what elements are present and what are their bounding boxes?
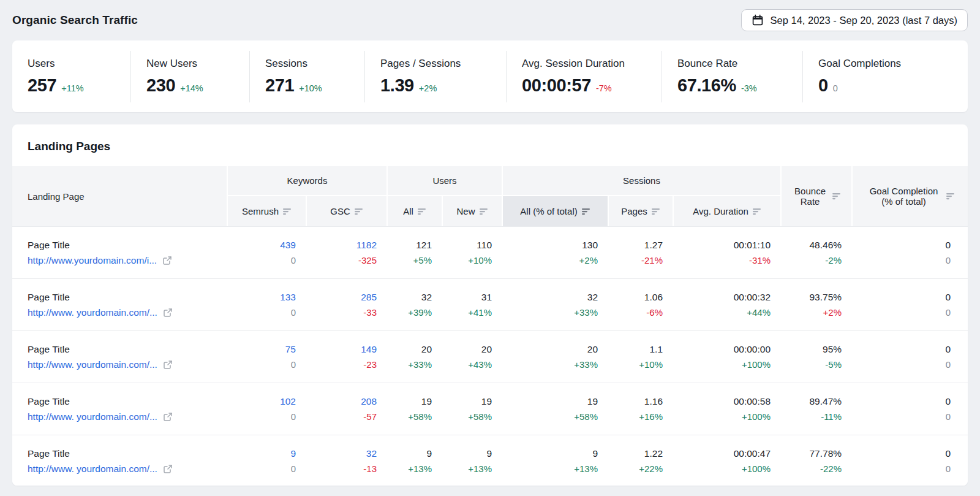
stat-value: 0: [818, 75, 828, 96]
sort-icon: [480, 208, 488, 215]
cell-sessions-all: 19 +58%: [502, 383, 608, 435]
column-header-sessions-all[interactable]: All (% of total): [502, 195, 608, 226]
metric-value: 31: [442, 292, 492, 303]
semrush-keywords-link[interactable]: 133: [227, 292, 296, 303]
metric-value: 19: [442, 396, 492, 407]
cell-sessions-all: 32 +33%: [502, 278, 608, 330]
landing-page-link[interactable]: http://www. yourdomain.com/...: [28, 464, 157, 475]
landing-page-link[interactable]: http://www. yourdomain.com/...: [28, 359, 157, 370]
metric-value: 0: [851, 240, 951, 251]
sort-icon: [283, 208, 292, 215]
stat-value: 230: [146, 75, 175, 96]
metric-delta: -21%: [608, 255, 663, 265]
cell-semrush: 75 0: [227, 330, 306, 383]
column-header-users-all[interactable]: All: [386, 195, 442, 226]
semrush-keywords-link[interactable]: 102: [227, 396, 296, 407]
metric-value: 32: [386, 292, 432, 303]
metric-value: 89.47%: [780, 396, 842, 407]
metric-value: 00:00:58: [673, 396, 771, 407]
cell-avg-duration: 00:00:58 +100%: [673, 383, 780, 435]
cell-pages: 1.16 +16%: [608, 383, 673, 435]
stat-cell: Goal Completions 0 0: [802, 51, 968, 102]
cell-semrush: 133 0: [227, 278, 306, 330]
gsc-keywords-link[interactable]: 1182: [306, 240, 377, 251]
stat-cell: Avg. Session Duration 00:00:57 -7%: [506, 51, 662, 102]
cell-landing-page: Page Title http://www. yourdomain.com/..…: [12, 330, 227, 383]
cell-semrush: 9 0: [227, 435, 306, 486]
page-title-text: Page Title: [28, 240, 227, 251]
metric-delta: 0: [227, 411, 296, 422]
metric-delta: +100%: [673, 411, 771, 422]
cell-users-new: 110 +10%: [442, 226, 502, 278]
external-link-icon[interactable]: [163, 464, 173, 474]
column-label: Pages: [621, 206, 647, 216]
cell-bounce-rate: 95% -5%: [780, 330, 851, 383]
column-header-semrush[interactable]: Semrush: [227, 195, 306, 226]
gsc-keywords-link[interactable]: 149: [306, 344, 377, 355]
metric-value: 00:00:32: [673, 292, 771, 303]
landing-page-link[interactable]: http://www. yourdomain.com/...: [28, 411, 157, 422]
sort-icon: [753, 208, 761, 215]
stat-delta: +2%: [419, 83, 437, 93]
cell-bounce-rate: 93.75% +2%: [780, 278, 851, 330]
stat-cell: Bounce Rate 67.16% -3%: [662, 51, 802, 102]
table-row: Page Title http://www. yourdomain.com/..…: [12, 330, 968, 383]
column-header-gsc[interactable]: GSC: [306, 195, 386, 226]
cell-users-new: 31 +41%: [442, 278, 502, 330]
semrush-keywords-link[interactable]: 9: [227, 448, 296, 459]
metric-delta: +13%: [502, 464, 598, 474]
metric-delta: +33%: [502, 307, 598, 318]
stat-value: 67.16%: [677, 75, 736, 96]
external-link-icon[interactable]: [163, 412, 173, 422]
cell-goal-completion: 0 0: [851, 278, 968, 330]
semrush-keywords-link[interactable]: 439: [227, 240, 296, 251]
landing-page-link[interactable]: http://www. yourdomain.com/...: [28, 307, 157, 318]
column-header-avg-duration[interactable]: Avg. Duration: [673, 195, 780, 226]
gsc-keywords-link[interactable]: 285: [306, 292, 377, 303]
landing-page-link[interactable]: http://www.yourdomain.com/i...: [28, 255, 157, 266]
topbar: Organic Search Traffic Sep 14, 2023 - Se…: [12, 0, 968, 40]
metric-value: 00:00:00: [673, 344, 771, 355]
metric-value: 00:00:47: [673, 448, 771, 459]
cell-users-all: 9 +13%: [386, 435, 442, 486]
semrush-keywords-link[interactable]: 75: [227, 344, 296, 355]
metric-value: 19: [502, 396, 598, 407]
column-header-bounce-rate[interactable]: Bounce Rate: [780, 166, 851, 226]
metric-delta: +13%: [442, 464, 492, 474]
metric-value: 121: [386, 240, 432, 251]
metric-value: 130: [502, 240, 598, 251]
external-link-icon[interactable]: [163, 308, 173, 318]
metric-delta: -13: [306, 464, 377, 474]
metric-delta: 0: [851, 307, 951, 318]
column-group-sessions: Sessions: [502, 166, 780, 195]
cell-landing-page: Page Title http://www.yourdomain.com/i..…: [12, 226, 227, 278]
sort-icon: [652, 208, 660, 215]
column-header-users-new[interactable]: New: [442, 195, 502, 226]
column-label: All: [403, 206, 413, 216]
sort-icon: [582, 208, 590, 215]
metric-delta: 0: [851, 255, 951, 265]
sort-icon: [355, 208, 363, 215]
external-link-icon[interactable]: [162, 256, 172, 265]
gsc-keywords-link[interactable]: 208: [306, 396, 377, 407]
cell-semrush: 102 0: [227, 383, 306, 435]
column-header-pages[interactable]: Pages: [608, 195, 673, 226]
date-range-label: Sep 14, 2023 - Sep 20, 2023 (last 7 days…: [771, 15, 957, 26]
gsc-keywords-link[interactable]: 32: [306, 448, 377, 459]
cell-users-new: 20 +43%: [442, 330, 502, 383]
metric-value: 110: [442, 240, 492, 251]
metric-delta: -23: [306, 359, 377, 370]
summary-stats: Users 257 +11% New Users 230 +14% Sessio…: [12, 40, 968, 112]
metric-delta: 0: [851, 359, 951, 370]
metric-delta: +100%: [673, 464, 771, 474]
external-link-icon[interactable]: [163, 360, 173, 370]
cell-pages: 1.27 -21%: [608, 226, 673, 278]
cell-avg-duration: 00:00:00 +100%: [673, 330, 780, 383]
metric-value: 1.22: [608, 448, 663, 459]
date-range-picker[interactable]: Sep 14, 2023 - Sep 20, 2023 (last 7 days…: [741, 9, 968, 31]
cell-users-all: 19 +58%: [386, 383, 442, 435]
column-header-goal-completion[interactable]: Goal Completion (% of total): [851, 166, 968, 226]
metric-delta: -57: [306, 411, 377, 422]
cell-pages: 1.1 +10%: [608, 330, 673, 383]
column-label: Semrush: [242, 206, 279, 216]
